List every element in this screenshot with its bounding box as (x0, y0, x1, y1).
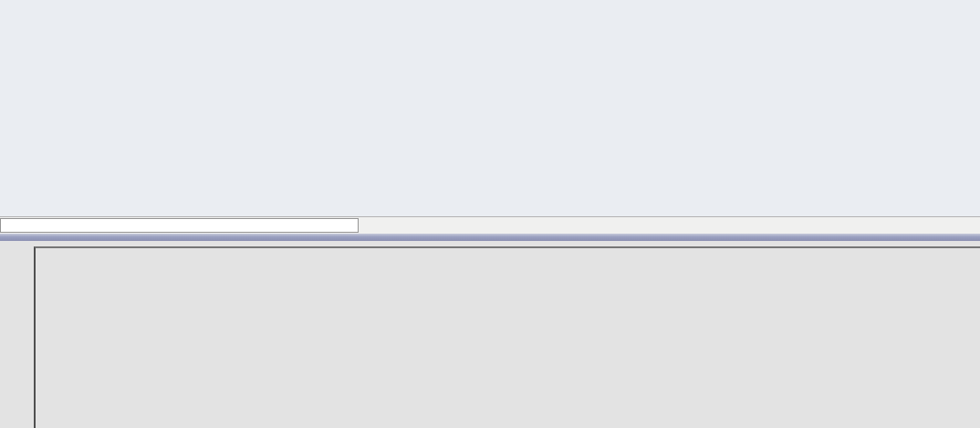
scrollbar-thumb[interactable] (0, 218, 359, 233)
design-grid (34, 246, 980, 428)
design-grid-pane (0, 246, 980, 428)
join-lines-layer (0, 0, 980, 216)
pane-splitter[interactable] (0, 234, 980, 241)
diagram-horizontal-scrollbar[interactable] (0, 216, 980, 234)
diagram-pane (0, 0, 980, 216)
query-design-window (0, 0, 980, 428)
